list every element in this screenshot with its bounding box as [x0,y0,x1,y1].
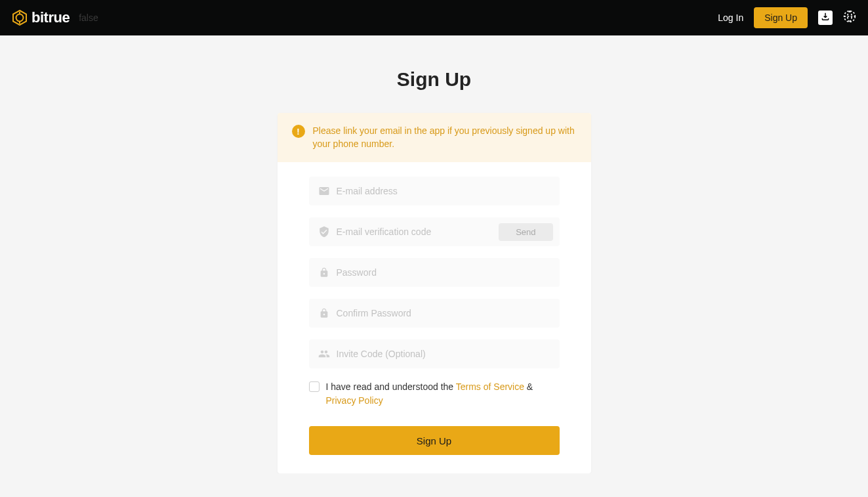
lock-icon [318,267,330,278]
login-link[interactable]: Log In [718,12,743,23]
language-button[interactable] [843,10,856,26]
email-input[interactable] [337,177,553,205]
invite-input[interactable] [337,339,553,368]
brand-name: bitrue [31,9,70,26]
lock-icon [318,307,330,319]
password-group [309,258,560,287]
users-icon [318,348,330,360]
agree-row: I have read and understood the Terms of … [309,380,560,408]
header-right: Log In Sign Up [718,7,856,28]
confirm-password-input[interactable] [337,299,553,328]
ampersand: & [524,381,533,392]
invite-group [309,339,560,368]
alert-text: Please link your email in the app if you… [313,125,575,150]
agree-checkbox[interactable] [309,381,320,392]
confirm-password-group [309,299,560,328]
password-input[interactable] [337,258,553,287]
alert-icon: ! [292,125,305,138]
form-body: Send [278,162,591,473]
shield-icon [318,226,330,238]
main-content: Sign Up ! Please link your email in the … [0,35,868,473]
privacy-link[interactable]: Privacy Policy [326,395,383,406]
submit-button[interactable]: Sign Up [309,426,560,455]
agree-prefix: I have read and understood the [326,381,456,392]
agree-label: I have read and understood the Terms of … [326,380,560,408]
logo-icon [12,10,28,26]
signup-card: ! Please link your email in the app if y… [278,113,591,473]
code-group: Send [309,217,560,246]
download-button[interactable] [818,11,833,25]
download-icon [821,12,830,24]
debug-text: false [79,12,98,23]
terms-link[interactable]: Terms of Service [456,381,524,392]
alert-banner: ! Please link your email in the app if y… [278,113,591,162]
brand-logo[interactable]: bitrue [12,9,70,26]
email-icon [318,185,330,197]
app-header: bitrue false Log In Sign Up [0,0,868,35]
code-input[interactable] [337,217,499,246]
send-button[interactable]: Send [499,223,552,241]
header-left: bitrue false [12,9,98,26]
email-group [309,177,560,205]
header-signup-button[interactable]: Sign Up [754,7,808,28]
globe-icon [843,10,856,26]
svg-point-1 [16,14,24,22]
page-title: Sign Up [397,68,471,91]
